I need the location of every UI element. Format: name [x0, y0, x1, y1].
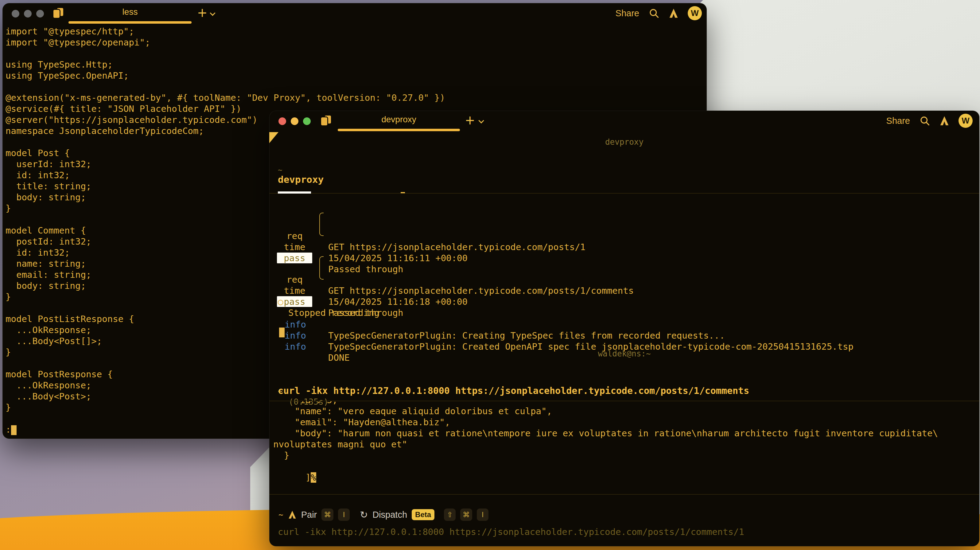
- shift-key-icon: ⇧: [444, 509, 456, 521]
- command-curl[interactable]: curl -ikx http://127.0.0.1:8000 https://…: [278, 385, 749, 396]
- info-row: info TypeSpecGeneratorPlugin: Created Op…: [269, 308, 979, 319]
- tab-title: less: [68, 3, 192, 21]
- json-close-brace-line: }: [273, 450, 289, 461]
- minimize-button[interactable]: [291, 117, 298, 125]
- new-tab-button[interactable]: +: [197, 6, 208, 20]
- warp-pair-logo-icon: [288, 510, 297, 520]
- bottom-toolbar: ~ Pair ⌘ I ↻ Dispatch Beta ⇧ ⌘ I: [278, 508, 488, 522]
- chevron-down-icon[interactable]: [210, 10, 215, 16]
- command-key-icon: ⌘: [321, 509, 333, 521]
- dispatch-button[interactable]: Dispatch: [372, 510, 407, 520]
- tab-title: devproxy: [338, 111, 460, 128]
- search-icon[interactable]: [648, 8, 659, 19]
- active-tab-underline: [338, 129, 460, 131]
- share-button[interactable]: Share: [886, 116, 910, 126]
- warp-logo-icon[interactable]: [669, 8, 679, 18]
- prompt-row: ~ (0.135s): [269, 374, 979, 385]
- info-row: info TypeSpecGeneratorPlugin: Creating T…: [269, 297, 979, 308]
- avatar[interactable]: W: [959, 114, 973, 128]
- cursor-block: [11, 425, 17, 435]
- json-body-line: "body": "harum non quasi et ratione\ntem…: [273, 428, 938, 439]
- command-input-suggestion[interactable]: curl -ikx http://127.0.0.1:8000 https://…: [278, 526, 744, 537]
- dispatch-icon: ↻: [360, 509, 368, 520]
- json-name-line: "name": "vero eaque aliquid doloribus et…: [273, 406, 552, 417]
- clipped-pass-badge: [278, 191, 311, 194]
- command-key-icon: ⌘: [460, 509, 472, 521]
- warp-logo-icon[interactable]: [939, 116, 949, 126]
- close-button[interactable]: [12, 10, 19, 18]
- request-url: GET https://jsonplaceholder.typicode.com…: [328, 242, 585, 253]
- stopped-recording-row: ○ Stopped recording: [269, 285, 979, 296]
- block-divider: [269, 401, 979, 401]
- window-controls: [278, 117, 311, 125]
- close-button[interactable]: [278, 117, 286, 125]
- tab-less[interactable]: less: [68, 3, 192, 23]
- clipped-text-fragment: [401, 192, 405, 193]
- command-devproxy[interactable]: devproxy: [278, 174, 324, 185]
- titlebar: less + Share W: [2, 3, 707, 25]
- desktop: less + Share W import "@typespec/http"; …: [0, 0, 980, 550]
- tab-pages-icon[interactable]: [321, 116, 332, 126]
- chevron-down-icon[interactable]: [478, 118, 484, 123]
- json-body-wrap-line: nvoluptates magni quo et": [273, 439, 407, 450]
- cursor-block: [279, 328, 285, 337]
- clipped-output-line: "id": 5,: [273, 401, 338, 406]
- json-email-line: "email": "Hayden@althea.biz",: [273, 417, 450, 428]
- shell-exit-marker: %: [311, 472, 316, 483]
- tab-devproxy[interactable]: devproxy: [338, 111, 460, 131]
- active-tab-underline: [68, 21, 192, 24]
- beta-badge: Beta: [412, 509, 434, 520]
- avatar[interactable]: W: [688, 6, 702, 20]
- pair-button[interactable]: Pair: [301, 510, 317, 520]
- zoom-button[interactable]: [36, 10, 44, 18]
- prompt-symbol: ~: [278, 510, 283, 519]
- tab-pages-icon[interactable]: [53, 8, 64, 18]
- i-key-icon: I: [338, 509, 350, 521]
- bracket-decoration: [319, 213, 324, 236]
- search-icon[interactable]: [919, 115, 930, 126]
- json-close-bracket-line: ]%: [273, 461, 316, 494]
- info-text: TypeSpecGeneratorPlugin: Creating TypeSp…: [328, 330, 725, 341]
- minimize-button[interactable]: [24, 10, 32, 18]
- zoom-button[interactable]: [303, 117, 311, 125]
- share-button[interactable]: Share: [616, 8, 639, 18]
- window-controls: [12, 10, 44, 18]
- block-header: waldek@ns:~: [269, 349, 979, 359]
- titlebar: devproxy + Share W: [269, 111, 979, 132]
- i-key-icon: I: [477, 509, 488, 521]
- bracket-decoration: [319, 256, 324, 280]
- block-header: devproxy: [269, 137, 979, 147]
- json-id-line: "id": 5,: [273, 401, 338, 406]
- info-row: info DONE: [269, 319, 979, 330]
- close-bracket: ]: [305, 472, 311, 483]
- new-tab-button[interactable]: +: [465, 113, 475, 127]
- terminal-window-devproxy: devproxy + Share W devproxy ~ devproxy: [269, 111, 979, 546]
- block-divider: [269, 193, 979, 194]
- input-area-divider: [269, 494, 979, 495]
